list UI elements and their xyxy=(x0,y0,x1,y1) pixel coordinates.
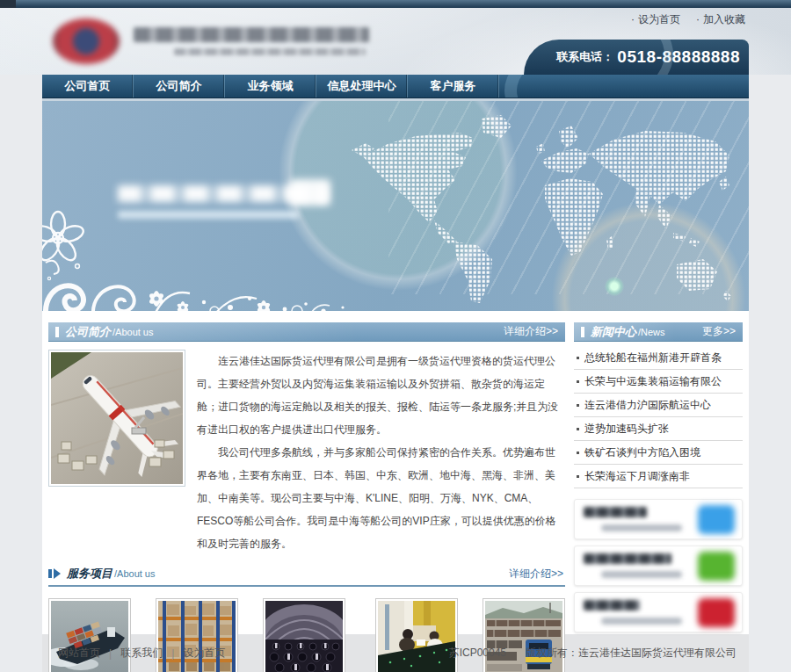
icp-number: 苏ICP00045 xyxy=(449,646,506,661)
services-row: 集装箱海运代理 xyxy=(48,598,565,672)
blue-contact-badge-icon xyxy=(698,505,735,534)
green-contact-badge-icon xyxy=(698,552,735,581)
news-list: 总统轮船在福州新港开辟首条 长荣与中远集装箱运输有限公 连云港借力沪国际航运中心… xyxy=(574,346,743,488)
service-card-domestic-transport[interactable]: 内贸运输 xyxy=(483,598,565,672)
about-section-header: 公司简介 /About us 详细介绍>> xyxy=(48,322,565,342)
news-title: 新闻中心 xyxy=(591,324,636,340)
contact-phone-band: 联系电话： 0518-88888888 xyxy=(524,40,749,75)
copyright-text: 版权所有：连云港佳达国际货运代理有限公司 xyxy=(526,646,737,661)
news-item[interactable]: 铁矿石谈判中方陷入困境 xyxy=(574,441,743,465)
news-title-en: /News xyxy=(638,327,665,337)
inspection-office-photo xyxy=(375,598,458,672)
company-name-blurred xyxy=(134,27,369,55)
phone-label: 联系电话： xyxy=(556,49,613,65)
contact-widget-blurred[interactable] xyxy=(574,546,743,586)
header: ·设为首页 ·加入收藏 联系电话： 0518-88888888 xyxy=(0,8,791,75)
about-paragraph-1: 连云港佳达国际货运代理有限公司是拥有一级货运代理资格的货运代理公司。主要经营外贸… xyxy=(197,350,565,441)
nav-item-info-center[interactable]: 信息处理中心 xyxy=(316,75,408,98)
news-item[interactable]: 长荣与中远集装箱运输有限公 xyxy=(574,370,743,394)
about-paragraph-2: 我公司代理多条航线，并与多家船公司保持紧密的合作关系。优势遍布世界各地，主要有东… xyxy=(197,441,565,555)
header-tick-icon xyxy=(55,327,59,337)
logo-oval-icon xyxy=(53,18,120,64)
set-homepage-link[interactable]: ·设为首页 xyxy=(631,12,680,27)
footer-link-home[interactable]: 网站首页 xyxy=(58,646,100,661)
about-title-en: /About us xyxy=(112,327,153,337)
about-row: 连云港佳达国际货运代理有限公司是拥有一级货运代理资格的货运代理公司。主要经营外贸… xyxy=(48,350,565,555)
news-more-link[interactable]: 更多>> xyxy=(702,324,736,339)
service-card-bulk-chartering[interactable]: 散杂货租船定舱 xyxy=(156,598,238,672)
news-section-header: 新闻中心 /News 更多>> xyxy=(574,322,743,342)
bullet-icon: · xyxy=(631,13,635,25)
bullet-icon xyxy=(577,452,579,454)
contact-widget-blurred[interactable] xyxy=(574,592,743,632)
bullet-icon xyxy=(577,475,579,478)
add-favorite-link[interactable]: ·加入收藏 xyxy=(696,12,745,27)
container-ship-photo xyxy=(48,598,131,672)
nav-item-business[interactable]: 业务领域 xyxy=(225,75,316,98)
about-paragraphs: 连云港佳达国际货运代理有限公司是拥有一级货运代理资格的货运代理公司。主要经营外贸… xyxy=(197,350,565,555)
warehouse-interior-photo xyxy=(263,598,345,672)
nav-item-home[interactable]: 公司首页 xyxy=(42,75,134,98)
page: ·设为首页 ·加入收藏 联系电话： 0518-88888888 公司首页 公司简… xyxy=(0,0,791,672)
floral-swirl-decoration-icon xyxy=(42,204,359,311)
bullet-icon xyxy=(577,380,579,383)
about-more-link[interactable]: 详细介绍>> xyxy=(504,324,558,339)
double-arrow-icon xyxy=(48,568,62,579)
services-more-link[interactable]: 详细介绍>> xyxy=(509,567,563,582)
services-section-header: 服务项目 /About us 详细介绍>> xyxy=(48,566,565,587)
bullet-icon xyxy=(577,428,579,430)
header-tick-icon xyxy=(581,327,584,337)
service-card-container-shipping[interactable]: 集装箱海运代理 xyxy=(48,598,131,672)
contact-widget-blurred[interactable] xyxy=(574,499,743,539)
nav-item-customer-service[interactable]: 客户服务 xyxy=(408,75,499,98)
main-nav: 公司首页 公司简介 业务领域 信息处理中心 客户服务 xyxy=(42,75,749,98)
footer-copyright: 苏ICP00045 版权所有：连云港佳达国际货运代理有限公司 xyxy=(449,646,737,661)
news-item[interactable]: 总统轮船在福州新港开辟首条 xyxy=(574,346,743,370)
bullet-icon xyxy=(577,357,579,359)
service-card-inspection[interactable]: 专业报检/报关 xyxy=(375,598,458,672)
footer-links: 网站首页 | 联系我们 | 设为首页 xyxy=(58,646,225,661)
phone-number: 0518-88888888 xyxy=(617,47,740,67)
rail-yard-photo xyxy=(483,598,565,672)
dotted-world-map-icon xyxy=(350,108,747,310)
hero-banner xyxy=(42,101,749,311)
cargo-plane-photo[interactable] xyxy=(48,350,185,487)
footer-link-contact[interactable]: 联系我们 xyxy=(120,646,163,661)
right-column: 新闻中心 /News 更多>> 总统轮船在福州新港开辟首条 长荣与中远集装箱运输… xyxy=(574,322,743,634)
left-column: 公司简介 /About us 详细介绍>> xyxy=(48,322,565,634)
red-contact-badge-icon xyxy=(698,598,735,627)
service-card-warehousing[interactable]: 仓储/综合物流服务 xyxy=(263,598,350,672)
warehouse-racks-photo xyxy=(156,598,238,672)
banner-slogan-blurred xyxy=(118,185,327,219)
main-content: 公司简介 /About us 详细介绍>> xyxy=(42,311,749,634)
footer-link-set-homepage[interactable]: 设为首页 xyxy=(183,646,225,661)
quick-links: ·设为首页 ·加入收藏 xyxy=(631,12,745,27)
bullet-icon: · xyxy=(696,13,700,25)
news-item[interactable]: 逆势加速码头扩张 xyxy=(574,417,743,441)
services-title-en: /About us xyxy=(114,568,155,579)
bullet-icon xyxy=(577,404,579,407)
news-item[interactable]: 长荣海运下月调涨南非 xyxy=(574,465,743,488)
nav-item-about[interactable]: 公司简介 xyxy=(134,75,225,98)
services-title: 服务项目 xyxy=(67,566,112,582)
news-item[interactable]: 连云港借力沪国际航运中心 xyxy=(574,394,743,417)
top-bar xyxy=(0,0,791,8)
company-logo xyxy=(53,18,369,64)
contact-widgets xyxy=(574,499,743,632)
about-title: 公司简介 xyxy=(65,324,111,340)
